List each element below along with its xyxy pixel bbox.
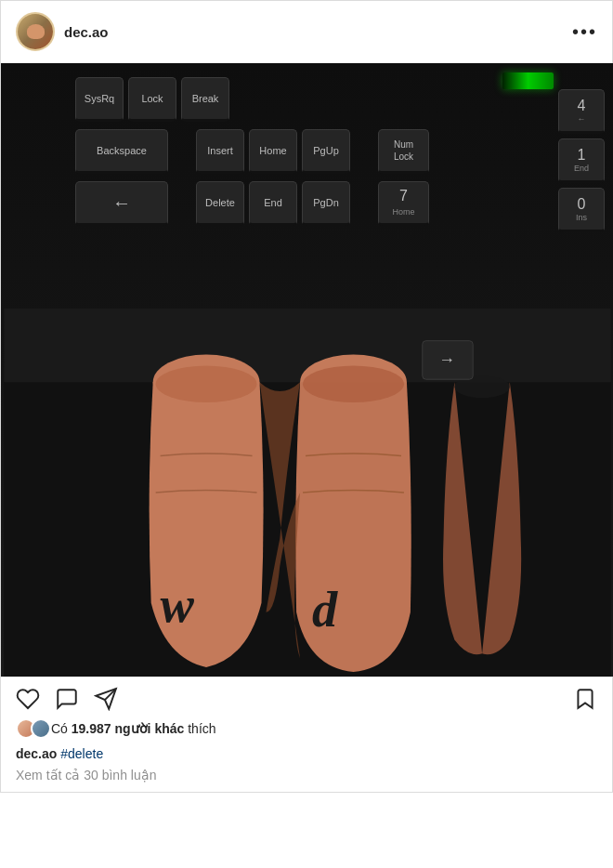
- pgup-key: PgUp: [302, 129, 350, 174]
- end-key: End: [249, 181, 297, 226]
- numlock-key: NumLock: [378, 129, 429, 174]
- lock-key: Lock: [128, 77, 176, 122]
- action-buttons-row: [16, 687, 597, 711]
- svg-text:w: w: [161, 576, 195, 633]
- likes-text: Có 19.987 người khác thích: [51, 721, 216, 736]
- bookmark-button[interactable]: [573, 687, 597, 711]
- key-row-1: SysRq Lock Break: [75, 77, 586, 122]
- keyboard-keys: SysRq Lock Break Backspace Insert: [75, 77, 586, 226]
- post-header-left: dec.ao: [16, 12, 109, 51]
- comment-button[interactable]: [55, 687, 79, 711]
- username[interactable]: dec.ao: [64, 24, 109, 40]
- backspace-key: Backspace: [75, 129, 168, 174]
- post-image: SysRq Lock Break Backspace Insert: [1, 63, 613, 677]
- np-0-key: 0 Ins: [558, 188, 605, 232]
- like-button[interactable]: [16, 687, 40, 711]
- fingers-svg: w d →: [1, 309, 613, 677]
- action-buttons-left: [16, 687, 118, 711]
- heart-icon: [16, 687, 40, 711]
- post-actions: Có 19.987 người khác thích dec.ao #delet…: [1, 677, 612, 792]
- caption-hashtag[interactable]: #delete: [60, 746, 103, 761]
- key-row-3-wrapper: ← Delete End PgDn 7 Home: [75, 181, 586, 226]
- home-key: Home: [249, 129, 297, 174]
- delete-key: Delete: [196, 181, 244, 226]
- enter-key: ←: [75, 181, 168, 226]
- 7home-key: 7 Home: [378, 181, 429, 226]
- np-4-key: 4 ←: [558, 89, 605, 134]
- view-comments-link[interactable]: Xem tất cả 30 bình luận: [16, 768, 597, 783]
- likes-avatars: [16, 718, 46, 739]
- break-key: Break: [181, 77, 229, 122]
- caption-username[interactable]: dec.ao: [16, 746, 57, 761]
- share-icon: [94, 687, 118, 711]
- like-avatar-2: [31, 718, 51, 739]
- svg-point-6: [156, 365, 257, 402]
- caption: dec.ao #delete: [16, 744, 597, 764]
- sysrq-key: SysRq: [75, 77, 124, 122]
- bookmark-icon: [573, 687, 597, 711]
- post-header: dec.ao •••: [1, 1, 612, 63]
- more-options-button[interactable]: •••: [572, 21, 597, 43]
- svg-text:d: d: [312, 581, 338, 638]
- np-1-key: 1 End: [558, 138, 605, 183]
- pgdn-key: PgDn: [302, 181, 350, 226]
- key-row-2-wrapper: Backspace Insert Home PgUp NumLock: [75, 129, 586, 174]
- post: dec.ao ••• SysRq Lock Break: [0, 0, 613, 793]
- numpad-column: 4 ← 1 End 0 Ins: [558, 77, 605, 232]
- avatar[interactable]: [16, 12, 55, 51]
- insert-key: Insert: [196, 129, 244, 174]
- svg-text:→: →: [439, 350, 456, 369]
- share-button[interactable]: [94, 687, 118, 711]
- likes-row: Có 19.987 người khác thích: [16, 718, 597, 739]
- svg-point-7: [303, 365, 404, 402]
- comment-icon: [55, 687, 79, 711]
